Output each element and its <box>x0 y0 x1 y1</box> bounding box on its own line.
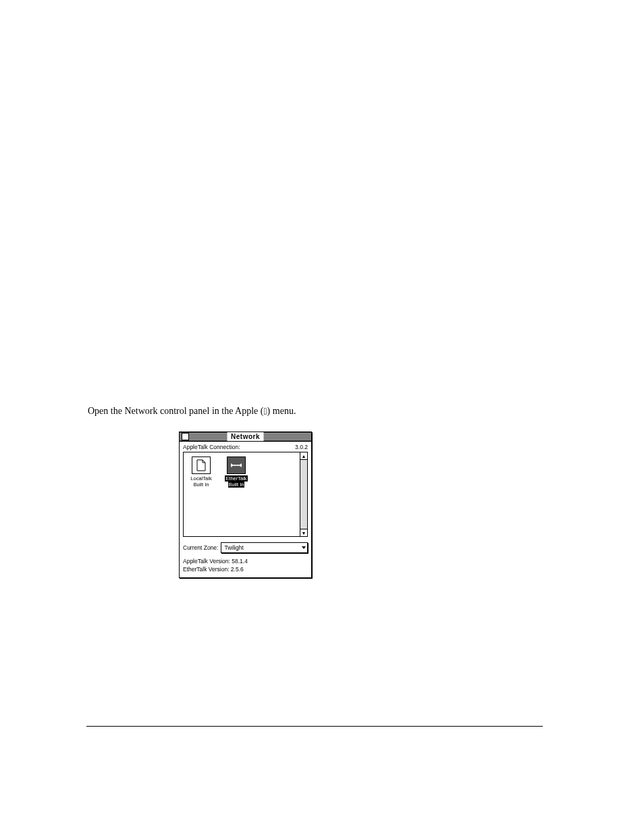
ethertalk-option[interactable]: EtherTalk Built In <box>223 457 250 536</box>
ethertalk-label-2: Built In <box>228 481 245 488</box>
scroll-down-arrow-icon[interactable]: ▼ <box>300 529 307 536</box>
document-icon <box>192 457 211 474</box>
horizontal-rule <box>86 726 543 727</box>
connection-list: LocalTalk Built In EtherTalk Built In ▲ … <box>183 452 308 537</box>
scroll-up-arrow-icon[interactable]: ▲ <box>300 452 307 460</box>
window-titlebar[interactable]: Network <box>180 432 311 442</box>
instruction-suffix: ) menu. <box>267 406 296 416</box>
ethertalk-version-line: EtherTalk Version: 2.5.6 <box>183 565 308 573</box>
close-box[interactable] <box>182 433 189 440</box>
window-title: Network <box>227 432 264 441</box>
zone-value: Twilight <box>224 544 243 551</box>
instruction-prefix: Open the Network control panel in the Ap… <box>88 406 263 416</box>
ethertalk-arrows-icon <box>227 457 246 474</box>
svg-point-0 <box>234 465 236 466</box>
localtalk-label-2: Built In <box>194 481 209 488</box>
localtalk-label-1: LocalTalk <box>190 475 211 481</box>
svg-point-1 <box>237 465 238 466</box>
network-control-panel-window: Network AppleTalk Connection: 3.0.2 Loca… <box>179 432 312 578</box>
appletalk-version-line: AppleTalk Version: 58.1.4 <box>183 557 308 565</box>
panel-version: 3.0.2 <box>295 444 308 450</box>
chevron-down-icon <box>302 546 306 549</box>
version-info: AppleTalk Version: 58.1.4 EtherTalk Vers… <box>183 557 308 573</box>
connection-label: AppleTalk Connection: <box>183 444 240 450</box>
list-scrollbar[interactable]: ▲ ▼ <box>300 452 307 536</box>
zone-label: Current Zone: <box>183 544 218 551</box>
zone-popup[interactable]: Twilight <box>221 542 308 553</box>
ethertalk-label-1: EtherTalk <box>225 475 247 481</box>
window-body: AppleTalk Connection: 3.0.2 LocalTalk Bu… <box>180 442 311 577</box>
localtalk-option[interactable]: LocalTalk Built In <box>188 457 215 536</box>
instruction-line: Open the Network control panel in the Ap… <box>88 406 296 417</box>
